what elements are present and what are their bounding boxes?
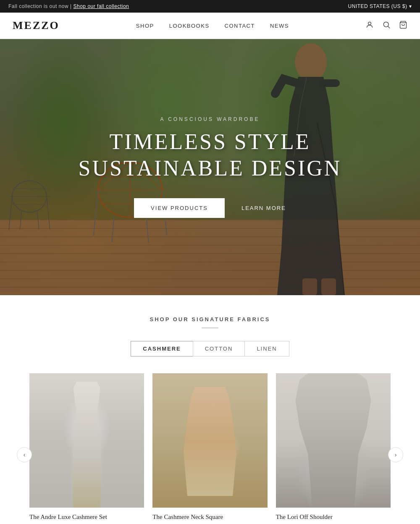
hero-content: A CONSCIOUS WARDROBE TIMELESS STYLE SUST… xyxy=(79,116,342,218)
nav-icons xyxy=(365,21,407,31)
fabric-tabs: CASHMERE COTTON LINEN xyxy=(13,341,407,356)
carousel-next-button[interactable]: › xyxy=(388,447,403,462)
section-title: SHOP OUR SIGNATURE FABRICS xyxy=(13,316,407,322)
svg-point-1 xyxy=(383,22,388,27)
product-card[interactable]: The Cashmere Neck Square Camel | $99.00 … xyxy=(152,373,267,524)
hero-title: TIMELESS STYLE SUSTAINABLE DESIGN xyxy=(79,129,342,181)
nav-item-shop[interactable]: SHOP xyxy=(136,23,154,29)
account-icon[interactable] xyxy=(365,21,374,31)
svg-line-7 xyxy=(112,215,114,242)
region-label: UNITED STATES (US $) xyxy=(348,3,407,9)
chevron-down-icon: ▾ xyxy=(409,3,412,9)
svg-rect-24 xyxy=(302,278,317,295)
product-card[interactable]: The Lori Off Shoulder Astral Melange | $… xyxy=(276,373,391,524)
region-selector[interactable]: UNITED STATES (US $) ▾ xyxy=(348,3,412,9)
svg-point-23 xyxy=(295,43,327,81)
product-image-1 xyxy=(29,373,144,508)
main-nav: SHOP LOOKBOOKS CONTACT NEWS xyxy=(136,23,289,29)
view-products-button[interactable]: VIEW PRODUCTS xyxy=(134,198,225,218)
product-figure-2 xyxy=(172,387,248,496)
announcement-bar: Fall collection is out now | Shop our fa… xyxy=(8,3,129,9)
hero-buttons: VIEW PRODUCTS LEARN MORE xyxy=(79,198,342,218)
product-name: The Andre Luxe Cashmere Set xyxy=(29,514,144,521)
hero-title-line1: TIMELESS STYLE xyxy=(109,130,310,154)
tab-cashmere[interactable]: CASHMERE xyxy=(131,341,192,356)
product-name: The Cashmere Neck Square xyxy=(152,514,267,521)
hero-chair-left xyxy=(4,161,55,245)
product-card[interactable]: The Andre Luxe Cashmere Set Light Chia M… xyxy=(29,373,144,524)
svg-rect-25 xyxy=(321,278,336,295)
announcement-link[interactable]: Shop our fall collection xyxy=(74,3,129,9)
cart-icon[interactable] xyxy=(399,21,407,31)
learn-more-button[interactable]: LEARN MORE xyxy=(242,205,286,211)
tab-cotton[interactable]: COTTON xyxy=(193,341,245,356)
tab-linen[interactable]: LINEN xyxy=(244,341,289,356)
nav-item-lookbooks[interactable]: LOOKBOOKS xyxy=(169,23,210,29)
hero-section: A CONSCIOUS WARDROBE TIMELESS STYLE SUST… xyxy=(0,39,420,295)
section-divider xyxy=(202,328,218,328)
svg-point-0 xyxy=(368,22,371,25)
product-figure-1 xyxy=(53,382,121,508)
site-logo[interactable]: MEZZO xyxy=(13,19,60,32)
product-figure-3 xyxy=(291,373,375,508)
search-icon[interactable] xyxy=(382,21,391,31)
product-image-2 xyxy=(152,373,267,508)
fabrics-section: SHOP OUR SIGNATURE FABRICS CASHMERE COTT… xyxy=(0,295,420,524)
nav-item-contact[interactable]: CONTACT xyxy=(225,23,255,29)
top-bar: Fall collection is out now | Shop our fa… xyxy=(0,0,420,13)
nav-item-news[interactable]: NEWS xyxy=(270,23,289,29)
products-grid: The Andre Luxe Cashmere Set Light Chia M… xyxy=(25,373,395,524)
hero-title-line2: SUSTAINABLE DESIGN xyxy=(79,156,342,180)
site-header: MEZZO SHOP LOOKBOOKS CONTACT NEWS xyxy=(0,13,420,39)
svg-line-19 xyxy=(37,211,39,230)
svg-line-2 xyxy=(388,26,390,28)
hero-subtitle: A CONSCIOUS WARDROBE xyxy=(79,116,342,122)
product-image-3 xyxy=(276,373,391,508)
svg-line-8 xyxy=(146,215,148,242)
products-wrapper: ‹ The Andre Luxe Cashmere Set Light Chia… xyxy=(13,373,407,524)
announcement-text: Fall collection is out now | xyxy=(8,3,72,9)
svg-line-17 xyxy=(47,196,50,230)
product-name: The Lori Off Shoulder xyxy=(276,514,391,521)
carousel-prev-button[interactable]: ‹ xyxy=(17,447,32,462)
svg-line-18 xyxy=(20,211,22,230)
svg-line-16 xyxy=(9,196,12,230)
